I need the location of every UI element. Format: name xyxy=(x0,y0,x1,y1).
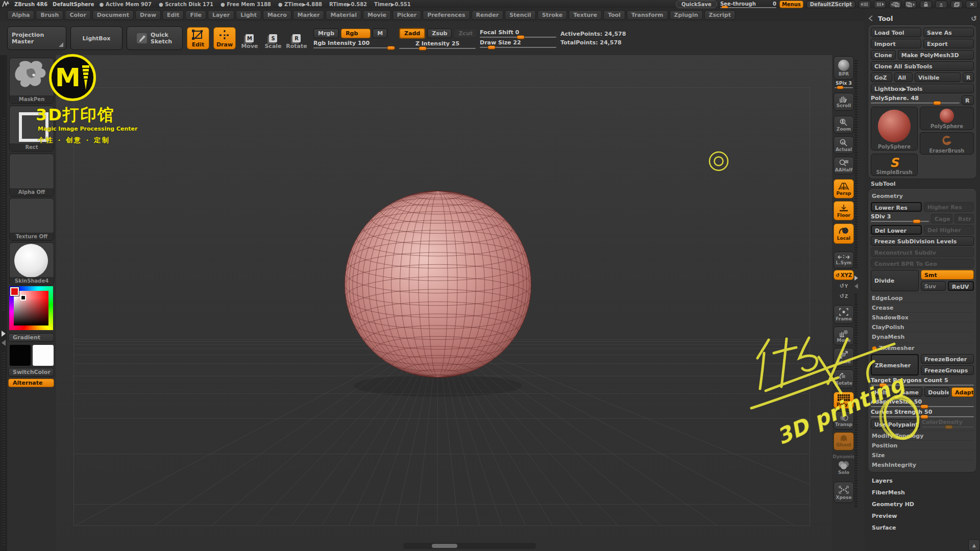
minimize-icon[interactable] xyxy=(935,1,947,8)
make-polymesh3d-button[interactable]: Make PolyMesh3D xyxy=(898,50,974,60)
menu-item[interactable]: Document xyxy=(92,10,134,20)
scroll-up-icon[interactable]: ▲ xyxy=(968,539,980,551)
zcut-button[interactable]: Zcut xyxy=(454,29,477,38)
export-button[interactable]: Export xyxy=(923,39,974,48)
zoom-button[interactable]: Zoom xyxy=(834,116,854,134)
edit-button[interactable]: Edit xyxy=(187,27,209,49)
next-window-icon[interactable] xyxy=(904,1,917,8)
menu-item[interactable]: Layer xyxy=(208,10,234,20)
palette-section-header[interactable]: Preview xyxy=(872,513,977,521)
scroll-button[interactable]: Scroll xyxy=(834,93,854,111)
close-icon[interactable]: × xyxy=(966,1,978,8)
double-button[interactable]: Double xyxy=(924,387,949,397)
menu-item[interactable]: Preferences xyxy=(423,10,470,20)
material-thumbnail[interactable]: SkinShade4 xyxy=(9,242,54,285)
current-tool-thumbnail[interactable]: PolySphere xyxy=(871,107,918,151)
lightbox-button[interactable]: LightBox xyxy=(70,27,122,50)
menu-item[interactable]: Zplugin xyxy=(670,10,703,20)
del-higher-button[interactable]: Del Higher xyxy=(924,225,974,235)
half-button[interactable]: Half xyxy=(871,387,896,397)
palette-collapse-icon[interactable] xyxy=(868,15,874,21)
zsub-button[interactable]: Zsub xyxy=(427,29,452,38)
reconstruct-subdiv-button[interactable]: Reconstruct Subdiv xyxy=(871,247,974,257)
target-polygons-slider[interactable]: Target Polygons Count 5 xyxy=(871,377,974,386)
menu-item[interactable]: Material xyxy=(326,10,361,20)
draw-size-slider[interactable]: Draw Size 22 xyxy=(480,39,556,48)
frame-button[interactable]: Frame xyxy=(834,305,854,324)
projection-master-button[interactable]: Projection Master xyxy=(7,27,66,50)
del-lower-button[interactable]: Del Lower xyxy=(871,225,922,235)
subsection-header[interactable]: Modify Topology xyxy=(871,431,974,440)
subsection-header[interactable]: Position xyxy=(871,440,974,450)
scale-button[interactable]: SScale xyxy=(263,27,283,49)
tool-slot-slider[interactable]: PolySphere. 48 xyxy=(871,95,960,105)
move-view-button[interactable]: Move xyxy=(834,327,854,345)
menu-item[interactable]: Stroke xyxy=(537,10,568,20)
color-cursor[interactable] xyxy=(20,295,26,300)
rotate-view-button[interactable]: Rotate xyxy=(834,369,854,388)
subsection-header[interactable]: Size xyxy=(871,450,974,460)
curves-strength-slider[interactable]: Curves Strength 50 xyxy=(871,409,974,417)
rotate-button[interactable]: RRotate xyxy=(287,27,306,49)
subsection-header[interactable]: ClayPolish xyxy=(871,322,974,332)
color-picker[interactable] xyxy=(9,286,53,330)
use-polypaint-button[interactable]: Use Polypaint xyxy=(871,419,920,429)
lightbox-tools-button[interactable]: Lightbox▶Tools xyxy=(871,84,974,93)
subsection-header[interactable]: EdgeLoop xyxy=(871,293,974,303)
menu-item[interactable]: Picker xyxy=(393,10,421,20)
focal-shift-slider[interactable]: Focal Shift 0 xyxy=(480,29,556,38)
zremesher-button[interactable]: ZRemesher xyxy=(871,354,919,375)
save-as-button[interactable]: Save As xyxy=(923,28,974,37)
canvas-scrollbar-handle[interactable] xyxy=(432,544,457,548)
mrgb-button[interactable]: Mrgb xyxy=(313,29,339,38)
rotate-z-button[interactable]: ↺Z xyxy=(834,293,854,299)
palette-section-header[interactable]: FiberMesh xyxy=(872,489,977,498)
adapt-button[interactable]: Adapt xyxy=(951,387,974,397)
menu-item[interactable]: Brush xyxy=(36,10,63,20)
menus-button[interactable]: Menus xyxy=(779,1,803,8)
goz-all-button[interactable]: All xyxy=(894,72,913,82)
secondary-color-swatch[interactable] xyxy=(32,344,54,366)
subtool-section[interactable]: SubTool xyxy=(868,179,977,188)
polyframe-button[interactable]: PolyF xyxy=(834,392,854,409)
gradient-button[interactable]: Gradient xyxy=(8,333,54,342)
menu-item[interactable]: Macro xyxy=(263,10,291,20)
menu-item[interactable]: Render xyxy=(472,10,504,20)
subsection-header[interactable]: ShadowBox xyxy=(871,312,974,322)
cage-button[interactable]: Cage xyxy=(931,214,952,223)
palette-section-header[interactable]: Surface xyxy=(872,524,977,533)
restore-icon[interactable] xyxy=(950,1,963,8)
tray-collapse-right-icon[interactable] xyxy=(2,331,6,337)
shelf-collapse-right-icon[interactable] xyxy=(854,276,858,281)
menu-item[interactable]: Texture xyxy=(569,10,602,20)
brush-thumbnail[interactable]: MaskPen xyxy=(9,58,54,104)
menu-item[interactable]: Movie xyxy=(363,10,391,20)
move-button[interactable]: MMove xyxy=(240,27,259,49)
actual-button[interactable]: x1 Actual xyxy=(834,136,854,154)
clone-button[interactable]: Clone xyxy=(871,50,896,60)
menu-item[interactable]: Light xyxy=(236,10,261,20)
prev-window-icon[interactable] xyxy=(889,1,901,8)
palette-section-header[interactable]: Geometry HD xyxy=(872,501,977,510)
left-tray-toggle-icon[interactable] xyxy=(859,1,871,8)
freeze-groups-button[interactable]: FreezeGroups xyxy=(921,365,974,375)
rotate-xyz-button[interactable]: ↺ XYZ xyxy=(834,270,854,280)
persp-button[interactable]: Persp xyxy=(834,179,854,198)
see-through-slider[interactable]: See-through0 xyxy=(720,1,776,8)
draw-button[interactable]: Draw xyxy=(213,27,236,49)
freeze-border-button[interactable]: FreezeBorder xyxy=(921,354,974,364)
spix-slider[interactable]: SPix 3 xyxy=(834,81,854,88)
solo-button[interactable]: Solo xyxy=(834,461,854,475)
rotate-y-button[interactable]: ↺Y xyxy=(834,283,854,289)
alpha-thumbnail[interactable]: Alpha Off xyxy=(9,154,54,196)
reset-icon[interactable]: ↺ xyxy=(971,14,977,22)
subsection-header[interactable]: MeshIntegrity xyxy=(871,460,974,469)
floor-button[interactable]: Floor xyxy=(834,201,854,220)
goz-visible-button[interactable]: Visible xyxy=(915,72,961,82)
higher-res-button[interactable]: Higher Res xyxy=(924,202,974,212)
freeze-subdivision-button[interactable]: Freeze SubDivision Levels xyxy=(871,236,974,246)
lower-res-button[interactable]: Lower Res xyxy=(871,202,922,212)
simplebrush-thumbnail[interactable]: S SimpleBrush xyxy=(871,154,918,176)
menu-item[interactable]: Stencil xyxy=(505,10,536,20)
quick-sketch-button[interactable]: Quick Sketch xyxy=(127,27,183,50)
